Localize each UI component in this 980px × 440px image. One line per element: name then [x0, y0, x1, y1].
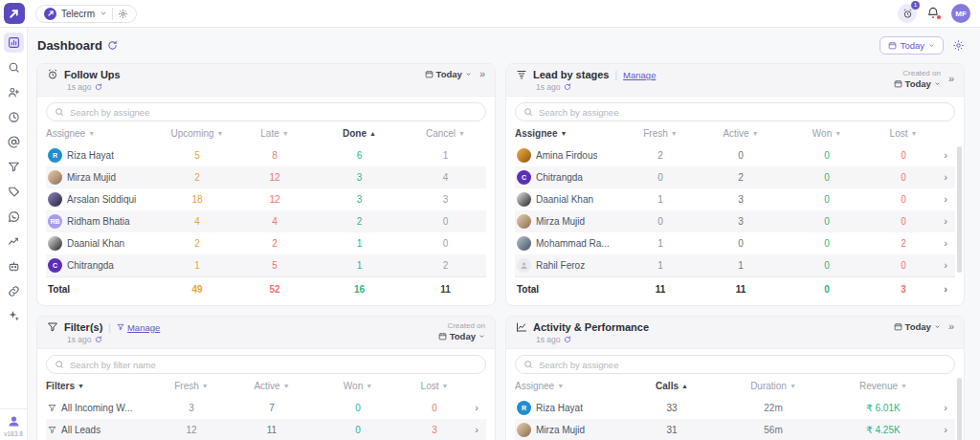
global-date-filter[interactable]: Today [880, 36, 944, 55]
table-row[interactable]: RRiza Hayat5861 [46, 144, 486, 166]
table-row[interactable]: Daanial Khan2210 [46, 232, 486, 254]
row-chevron-icon[interactable]: › [936, 194, 955, 205]
row-chevron-icon[interactable]: › [467, 425, 486, 435]
sidebar-item-tag[interactable] [4, 182, 24, 202]
table-row[interactable]: RRiza Hayat3322m₹ 6.01K› [515, 397, 955, 419]
workspace-settings-icon[interactable] [118, 9, 128, 19]
refresh-icon[interactable] [107, 40, 118, 51]
column-header-upcoming[interactable]: Upcoming▼ [159, 128, 235, 139]
collapse-panel-icon[interactable]: » [948, 74, 954, 84]
column-header-won[interactable]: Won▼ [314, 381, 402, 391]
row-chevron-icon[interactable]: › [936, 403, 955, 413]
column-header-fresh[interactable]: Fresh▼ [153, 381, 230, 391]
column-header-fresh[interactable]: Fresh▼ [622, 128, 699, 139]
panel-date-filter[interactable]: Today [438, 331, 485, 341]
chart-line-icon [516, 321, 527, 333]
column-header-late[interactable]: Late▼ [235, 128, 314, 139]
column-header-active[interactable]: Active▼ [230, 381, 314, 391]
column-header-filters[interactable]: Filters▼ [46, 381, 153, 391]
column-header-assignee[interactable]: Assignee▼ [46, 128, 159, 139]
table-row[interactable]: Daanial Khan1300› [515, 188, 955, 210]
table-row[interactable]: Rahil Feroz1100› [515, 254, 955, 276]
column-header-done[interactable]: Done▲ [314, 128, 405, 139]
row-chevron-icon[interactable]: › [936, 425, 955, 435]
sidebar-footer: v183.8 [0, 408, 27, 440]
refresh-icon[interactable] [95, 83, 102, 91]
table-row[interactable]: CChitrangda0200› [515, 166, 955, 188]
column-header-lost[interactable]: Lost▼ [402, 381, 467, 391]
collapse-panel-icon[interactable]: » [479, 69, 485, 79]
row-chevron-icon[interactable]: › [936, 150, 955, 161]
at-sign-icon [8, 136, 20, 148]
column-header-calls[interactable]: Calls▲ [628, 381, 716, 391]
user-avatar[interactable]: MF [951, 4, 970, 23]
app-logo[interactable] [0, 0, 28, 28]
collapse-panel-icon[interactable]: » [948, 321, 954, 332]
column-header-active[interactable]: Active▼ [699, 128, 783, 139]
panel-date-filter[interactable]: Today [894, 78, 941, 89]
row-value: 2 [235, 238, 314, 249]
manage-link[interactable]: Manage [623, 70, 656, 80]
table-row[interactable]: Mirza Mujid21234 [46, 166, 486, 188]
sort-asc-icon: ▲ [681, 383, 688, 389]
row-chevron-icon[interactable]: › [936, 260, 955, 271]
row-chevron-icon[interactable]: › [467, 403, 486, 413]
refresh-icon[interactable] [564, 336, 571, 343]
sidebar-item-whatsapp[interactable] [4, 207, 24, 227]
row-chevron-icon[interactable]: › [936, 216, 955, 227]
scrollbar-thumb[interactable] [957, 146, 962, 273]
search-input[interactable] [539, 107, 947, 118]
row-chevron-icon[interactable]: › [936, 172, 955, 183]
table-row[interactable]: All Incoming W...3700› [46, 397, 486, 419]
table-row[interactable]: All Leads121103› [46, 419, 486, 440]
column-header-duration[interactable]: Duration▼ [716, 381, 831, 391]
refresh-icon[interactable] [95, 336, 102, 343]
search-input[interactable] [70, 107, 478, 118]
sidebar-item-user-plus[interactable] [4, 82, 24, 102]
search-icon [55, 107, 64, 117]
top-bar: Telecrm 1 MF [0, 0, 980, 28]
sidebar-item-clock[interactable] [4, 107, 24, 127]
search-input[interactable] [539, 360, 947, 370]
sidebar-item-search[interactable] [4, 57, 24, 77]
workspace-selector[interactable]: Telecrm [35, 5, 137, 23]
column-header-cancel[interactable]: Cancel▼ [405, 128, 486, 139]
sidebar-item-sparkles[interactable] [4, 306, 24, 326]
table-row[interactable]: Amina Firdous2000› [515, 144, 955, 166]
table-row[interactable]: Mohammad Ra...1002› [515, 232, 955, 254]
row-chevron-icon[interactable]: › [936, 238, 955, 249]
panel-date-filter[interactable]: Today [894, 321, 941, 332]
column-header-lost[interactable]: Lost▼ [871, 128, 936, 139]
dashboard-settings-icon[interactable] [952, 39, 965, 52]
row-value: 0 [871, 150, 936, 161]
refresh-icon[interactable] [564, 83, 571, 91]
manage-link[interactable]: Manage [117, 322, 160, 333]
sidebar-item-bot[interactable] [4, 256, 24, 276]
table-row[interactable]: CChitrangda1512 [46, 254, 486, 276]
table-row[interactable]: Mirza Mujid3156m₹ 4.25K› [515, 419, 955, 440]
scrollbar-thumb[interactable] [957, 378, 962, 440]
table-row[interactable]: Mirza Mujid0300› [515, 210, 955, 232]
notifications-button[interactable] [926, 6, 942, 21]
sidebar-item-dashboard[interactable] [4, 33, 24, 53]
row-value: 3 [405, 194, 486, 205]
panel-date-filter[interactable]: Today [425, 69, 472, 79]
row-value: 2 [405, 260, 486, 271]
column-header-assignee[interactable]: Assignee▼ [515, 381, 628, 391]
profile-avatar-icon[interactable] [7, 414, 21, 429]
sidebar-item-trend[interactable] [4, 231, 24, 252]
last-updated: 1s ago [536, 335, 649, 344]
column-header-won[interactable]: Won▼ [783, 128, 871, 139]
row-chevron-icon[interactable]: › [936, 284, 955, 295]
row-name-cell: RRiza Hayat [515, 401, 628, 415]
column-header-revenue[interactable]: Revenue▼ [831, 381, 936, 391]
column-header-assignee[interactable]: Assignee▼ [515, 128, 622, 139]
table-row[interactable]: Arsalan Siddiqui181233 [46, 188, 486, 210]
reminders-button[interactable]: 1 [898, 4, 917, 23]
total-row: Total111103› [515, 276, 955, 300]
sidebar-item-funnel[interactable] [4, 157, 24, 177]
sidebar-item-link[interactable] [4, 281, 24, 301]
search-input[interactable] [70, 360, 478, 370]
table-row[interactable]: RBRidham Bhatia4420 [46, 210, 486, 232]
sidebar-item-at-sign[interactable] [4, 132, 24, 152]
